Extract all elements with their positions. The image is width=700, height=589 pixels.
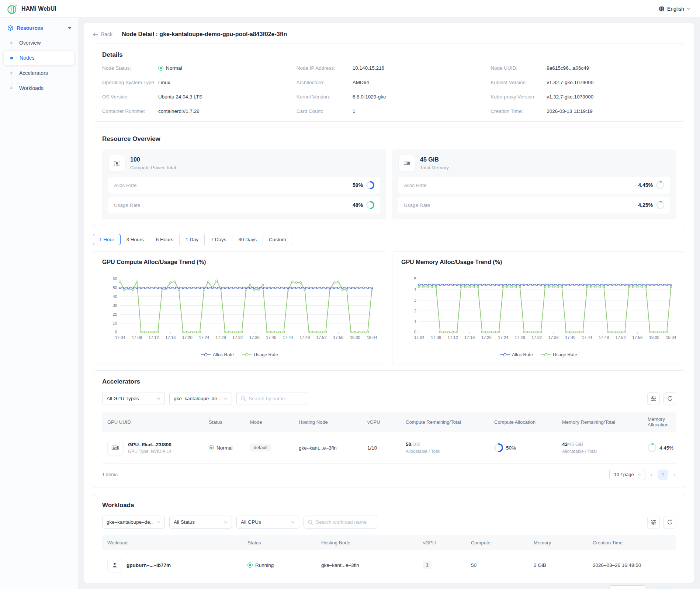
sidebar-item-overview[interactable]: Overview [4,35,74,50]
memory-remaining-total: 43/45 GiB Allocatable / Total [557,434,642,461]
status-normal-icon [209,445,214,450]
tab-1-day[interactable]: 1 Day [179,234,205,245]
workload-icon [107,558,122,572]
gpu-vgpu: 1/10 [362,438,401,458]
tab-custom[interactable]: Custom [263,234,292,245]
legend-item-alloc-rate[interactable]: Alloc Rate [500,352,533,357]
legend-item-alloc-rate[interactable]: Alloc Rate [201,352,234,357]
status-normal-icon [158,66,163,71]
topbar: HAMi WebUI English [0,0,700,18]
language-label: English [667,6,684,12]
gpu-compute-trend-chart: 010203040506017:0417:0817:1217:1617:2017… [102,273,377,350]
svg-text:17:44: 17:44 [582,335,592,340]
page-header: Back Node Detail : gke-kantaloupe-demo-g… [93,29,685,44]
refresh-button[interactable] [663,516,676,529]
nav-dot [10,57,13,59]
svg-text:17:44: 17:44 [283,335,293,340]
gpu-type-select[interactable]: All GPU Types [102,392,165,405]
accelerator-table-row[interactable]: GPU–f9cd...23f800 GPU Type: NVIDIA L4 No… [102,432,676,464]
svg-text:17:20: 17:20 [182,335,193,340]
workload-gpus-select[interactable]: All GPUs [236,516,299,529]
workload-search-input[interactable] [316,519,373,525]
sidebar-item-accelerators[interactable]: Accelerators [4,66,74,80]
sidebar: Resources Overview Nodes Accelerators Wo… [0,18,78,589]
svg-text:50: 50 [112,285,117,290]
workload-node-select[interactable]: gke–kantaloupe–de... [102,516,165,529]
detail-field-node-ip: Node IP Address: 10.140.15.216 [297,65,482,71]
prev-page-button[interactable]: ‹ [650,471,654,478]
workload-status-select[interactable]: All Status [169,516,232,529]
page-size-select[interactable]: 10 / page [609,585,645,589]
workload-name[interactable]: gpuburn–...–lb77m [127,562,171,568]
nav-dot [10,72,13,74]
svg-text:40: 40 [112,294,117,299]
back-button[interactable]: Back [93,31,112,37]
tab-30-days[interactable]: 30 Days [232,234,263,245]
svg-text:17:12: 17:12 [149,335,159,340]
sidebar-section-label: Resources [17,25,43,31]
page-number-button[interactable]: 1 [658,586,668,589]
chart-title: GPU Memory Alloc/Usage Trend (%) [401,259,676,266]
details-card: Details Node Status: Normal Node IP Addr… [93,44,685,122]
svg-text:17:12: 17:12 [448,335,458,340]
workload-memory: 2 GiB [529,555,588,575]
sidebar-item-workloads[interactable]: Workloads [4,81,74,96]
tab-7-days[interactable]: 7 Days [204,234,232,245]
page-size-select[interactable]: 10 / page [609,469,645,480]
nav-dot [10,42,13,44]
details-title: Details [102,51,676,59]
workload-table-row[interactable]: gpuburn–...–lb77m Running gke–kant...e–3… [102,550,676,580]
gpu-uuid[interactable]: GPU–f9cd...23f800 [128,442,171,447]
svg-text:17:36: 17:36 [249,335,260,340]
svg-text:20: 20 [112,312,117,316]
compute-allocation-donut [494,443,503,452]
page-number-button[interactable]: 1 [658,470,668,480]
svg-text:0: 0 [115,330,117,334]
compute-allocation: 50% [489,436,557,460]
svg-text:17:20: 17:20 [481,335,492,340]
refresh-button[interactable] [663,392,676,405]
sidebar-item-nodes[interactable]: Nodes [4,51,74,65]
node-select[interactable]: gke–kantaloupe–de... [169,392,232,405]
svg-text:17:28: 17:28 [515,335,525,340]
hami-logo-icon [7,3,18,14]
legend-marker-icon [500,353,510,357]
compute-total-value: 100 [130,156,176,163]
language-selector[interactable]: English [659,6,700,12]
svg-text:60: 60 [112,277,117,281]
sidebar-item-label: Accelerators [19,70,48,76]
compute-usage-rate-value: 48% [353,202,363,208]
accelerator-search-input[interactable] [249,396,303,401]
svg-text:30: 30 [112,303,117,308]
gpu-type: GPU Type: NVIDIA L4 [128,449,171,454]
sidebar-section-resources[interactable]: Resources [4,21,74,35]
tab-1-hour[interactable]: 1 Hour [93,234,121,245]
detail-field-container-runtime: Container Runtime: containerd://1.7.26 [102,108,288,114]
svg-text:17:16: 17:16 [165,335,176,340]
items-count: 1 items [102,472,118,477]
gpu-hosting-node: gke–kant...e–3fln [294,438,362,458]
chevron-down-icon [687,8,690,10]
tab-3-hours[interactable]: 3 Hours [120,234,150,245]
mode-tag: default [250,444,271,451]
time-range-tabs: 1 Hour 3 Hours 6 Hours 1 Day 7 Days 30 D… [93,234,292,245]
legend-marker-icon [242,353,252,357]
tab-6-hours[interactable]: 6 Hours [150,234,180,245]
svg-text:4: 4 [414,287,416,292]
column-settings-button[interactable] [647,516,660,529]
compute-total-label: Compute Power Total [130,165,176,170]
detail-field-node-status: Node Status: Normal [102,65,288,71]
sidebar-item-label: Nodes [20,55,34,61]
svg-text:17:08: 17:08 [431,335,441,340]
compute-alloc-rate-row: Alloc Rate 50% [108,177,380,194]
next-page-button[interactable]: › [672,471,676,478]
legend-marker-icon [541,353,551,357]
legend-marker-icon [201,353,211,357]
svg-text:18:04: 18:04 [666,335,676,340]
legend-item-usage-rate[interactable]: Usage Rate [242,352,278,357]
legend-item-usage-rate[interactable]: Usage Rate [541,352,577,357]
brand-name: HAMi WebUI [21,6,56,12]
compute-usage-donut [366,201,374,209]
column-settings-button[interactable] [647,392,660,405]
compute-alloc-rate-value: 50% [353,182,363,188]
